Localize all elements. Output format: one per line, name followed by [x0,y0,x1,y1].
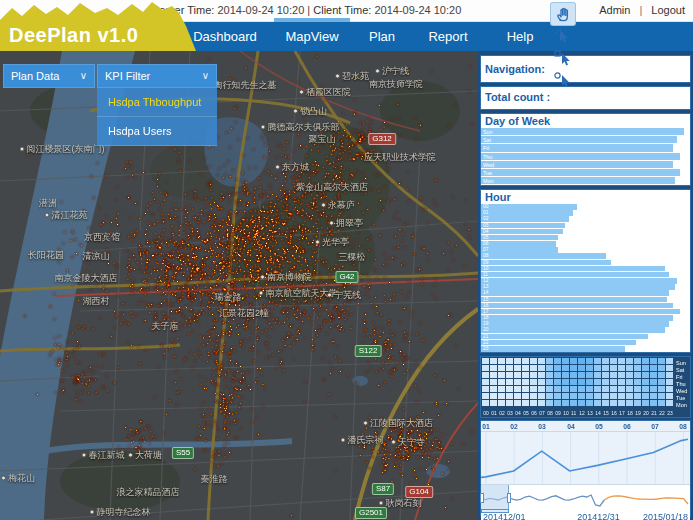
total-count-bar: Total count : [480,86,691,110]
nav-item-label: MapView [285,29,338,44]
heatmap-cell [506,372,513,378]
heatmap-cell [554,358,561,364]
plan-data-dropdown[interactable]: Plan Data ∨ [3,64,95,88]
hour-title: Hour [481,190,690,203]
heatmap-cell [562,358,569,364]
heatmap-cell [642,372,649,378]
heatmap-col-label: 06 [531,410,537,416]
hour-bar-21 [481,334,648,340]
heatmap-col-label: 15 [603,410,609,416]
heatmap-cell [570,393,577,399]
kpi-option-hsdpa-users[interactable]: Hsdpa Users [97,117,217,146]
kpi-option-hsdpa-thboughput[interactable]: Hsdpa Thboughput [97,88,217,117]
heatmap-col-label: 16 [611,410,617,416]
map-view[interactable]: 碧水苑沪宁线南京技师学院栖霞区医院锁凸山腾德高尔夫俱乐部聚宝山应天职业技术学院东… [0,51,478,520]
trend-axis: 0102030405060708 [481,421,690,432]
heatmap-cell [642,379,649,385]
heatmap-cell [506,400,513,406]
heatmap-col-label: 10 [563,410,569,416]
heatmap-cell [554,372,561,378]
heatmap-cell [594,358,601,364]
heatmap-cell [578,386,585,392]
server-time-value: 2014-09-24 10:20 [217,4,304,16]
heatmap-col-label: 19 [635,410,641,416]
nav-item-plan[interactable]: Plan [362,22,402,51]
heatmap-cell [538,365,545,371]
admin-link[interactable]: Admin [599,4,630,16]
time-separator: | [307,4,310,16]
heatmap-cell [666,386,673,392]
nav-item-label: Plan [369,29,395,44]
timeline-scrubber[interactable] [481,484,690,510]
hour-bar-14 [481,290,669,296]
brush-handle-left[interactable] [480,493,484,503]
heatmap-cell [546,400,553,406]
heatmap-cell [562,365,569,371]
heatmap-cell [482,379,489,385]
heatmap-cell [586,358,593,364]
hour-bar-02 [481,216,569,222]
heatmap-cell [506,386,513,392]
heatmap-cell [658,358,665,364]
heatmap-cell [602,400,609,406]
heatmap-cell [490,400,497,406]
kpi-filter-dropdown[interactable]: KPI Filter ∨ [97,64,217,88]
heatmap-cell [594,400,601,406]
hour-bar-22 [481,340,636,346]
heatmap-cell [634,393,641,399]
heatmap-cell [506,358,513,364]
heatmap-col-label: 09 [555,410,561,416]
timeline-date-label: 201412/01 [483,512,526,520]
account-area: Admin | Logout [599,4,685,16]
nav-item-report[interactable]: Report [424,22,472,51]
heatmap-cell [490,358,497,364]
brush-handle-right[interactable] [507,493,511,503]
rect-select-icon[interactable] [551,47,575,69]
logout-link[interactable]: Logout [651,4,685,16]
app-title: DeePlan v1.0 [9,24,138,47]
heatmap-cell [546,379,553,385]
heatmap-cell [570,379,577,385]
heatmap-cell [482,365,489,371]
hour-bar-18 [481,315,673,321]
week-hour-heatmap: SunSatFriThuWedTueMon0001020304050607080… [480,356,691,418]
nav-item-mapview[interactable]: MapView [280,22,344,51]
cursor-select-icon[interactable] [551,25,575,47]
heatmap-col-label: 00 [483,410,489,416]
heatmap-cell [650,358,657,364]
heatmap-cell [578,379,585,385]
heatmap-cell [658,365,665,371]
heatmap-cell [562,400,569,406]
hour-bar-03 [481,223,565,229]
hour-bar-16 [481,303,673,309]
client-time-label: Client Time: [313,4,371,16]
heatmap-cell [618,386,625,392]
heatmap-cell [482,386,489,392]
account-separator: | [639,4,642,16]
heatmap-cell [610,372,617,378]
heatmap-cell [642,358,649,364]
trend-tick-label: 04 [567,423,575,431]
heatmap-cell [634,386,641,392]
dow-bar-fri [481,144,673,151]
heatmap-cell [530,365,537,371]
heatmap-cell [586,400,593,406]
nav-item-help[interactable]: Help [500,22,540,51]
hour-bar-09 [481,260,611,266]
hour-bar-10 [481,266,665,272]
pan-hand-icon[interactable] [551,3,575,25]
heatmap-cell [498,379,505,385]
heatmap-cell [650,400,657,406]
nav-item-dashboard[interactable]: Dashboard [185,22,265,51]
dow-bar-sun [481,128,684,135]
heatmap-cell [530,358,537,364]
heatmap-cell [586,393,593,399]
heatmap-col-label: 07 [539,410,545,416]
kpi-filter-label: KPI Filter [105,70,150,82]
heatmap-cell [522,358,529,364]
heatmap-cell [514,365,521,371]
timeline-brush[interactable] [481,485,509,510]
heatmap-cell [530,379,537,385]
hour-bar-07 [481,247,558,253]
hour-bar-15 [481,297,667,303]
